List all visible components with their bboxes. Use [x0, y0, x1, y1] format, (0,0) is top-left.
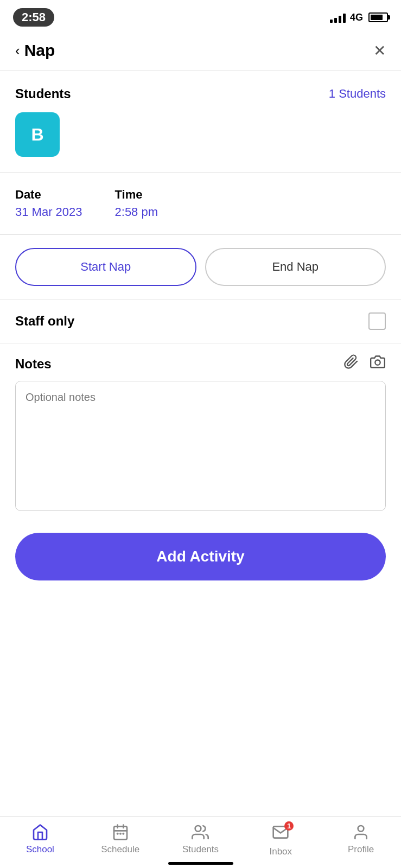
time-value[interactable]: 2:58 pm	[115, 205, 158, 219]
start-nap-button[interactable]: Start Nap	[15, 248, 196, 286]
nav-label-students: Students	[182, 844, 219, 855]
back-button[interactable]: ‹ Nap	[15, 41, 55, 60]
notes-input[interactable]	[15, 381, 386, 511]
inbox-badge-container: 1	[272, 824, 289, 843]
time-label: Time	[115, 188, 158, 202]
nav-item-students[interactable]: Students	[173, 824, 227, 857]
svg-point-9	[358, 826, 364, 832]
time-block: Time 2:58 pm	[115, 188, 158, 219]
students-section: Students 1 Students B	[0, 71, 401, 172]
page-header: ‹ Nap ✕	[0, 33, 401, 71]
nav-label-profile: Profile	[348, 844, 374, 855]
close-button[interactable]: ✕	[373, 42, 386, 60]
add-activity-section: Add Activity	[0, 522, 401, 593]
notes-header: Notes	[15, 354, 386, 373]
school-home-icon	[31, 824, 49, 841]
students-label: Students	[15, 86, 71, 101]
schedule-icon	[112, 824, 129, 841]
students-count[interactable]: 1 Students	[329, 87, 386, 101]
date-label: Date	[15, 188, 82, 202]
back-arrow-icon: ‹	[15, 42, 20, 59]
nav-item-inbox[interactable]: 1 Inbox	[253, 824, 308, 857]
nav-label-inbox: Inbox	[269, 846, 292, 857]
page-title: Nap	[24, 41, 55, 60]
nav-item-profile[interactable]: Profile	[334, 824, 388, 857]
notes-icons	[343, 354, 386, 373]
notes-label: Notes	[15, 356, 52, 372]
svg-point-8	[195, 826, 201, 832]
profile-icon	[352, 824, 370, 841]
lte-label: 4G	[350, 12, 363, 23]
attachment-icon[interactable]	[343, 354, 359, 373]
end-nap-button[interactable]: End Nap	[205, 248, 386, 286]
nap-buttons-section: Start Nap End Nap	[0, 235, 401, 299]
students-icon	[192, 824, 209, 841]
status-right: 4G	[330, 12, 388, 23]
avatar-initial: B	[31, 125, 43, 145]
staff-only-checkbox[interactable]	[368, 312, 386, 330]
camera-icon[interactable]	[370, 354, 386, 373]
svg-point-0	[375, 360, 380, 365]
staff-only-section: Staff only	[0, 299, 401, 343]
signal-icon	[330, 12, 346, 23]
home-indicator	[168, 862, 233, 865]
nap-buttons-group: Start Nap End Nap	[15, 248, 386, 286]
bottom-navigation: School Schedule Students	[0, 816, 401, 868]
status-time: 2:58	[13, 8, 54, 27]
battery-icon	[368, 12, 388, 22]
nav-item-schedule[interactable]: Schedule	[93, 824, 148, 857]
nav-label-schedule: Schedule	[101, 844, 139, 855]
status-bar: 2:58 4G	[0, 0, 401, 33]
date-value[interactable]: 31 Mar 2023	[15, 205, 82, 219]
nav-label-school: School	[26, 844, 54, 855]
staff-only-label: Staff only	[15, 314, 74, 329]
date-time-section: Date 31 Mar 2023 Time 2:58 pm	[0, 173, 401, 234]
inbox-badge: 1	[284, 821, 294, 831]
student-avatar[interactable]: B	[15, 112, 60, 157]
nav-item-school[interactable]: School	[13, 824, 67, 857]
notes-section: Notes	[0, 343, 401, 522]
students-header: Students 1 Students	[15, 86, 386, 101]
date-block: Date 31 Mar 2023	[15, 188, 82, 219]
add-activity-button[interactable]: Add Activity	[15, 533, 386, 580]
